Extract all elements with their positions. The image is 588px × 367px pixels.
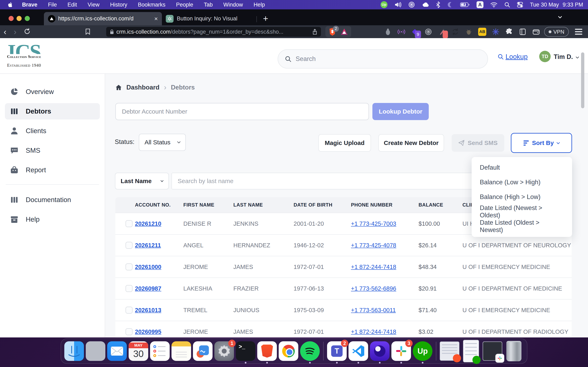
user-menu-chevron-icon[interactable] [576,55,579,59]
col-dob[interactable]: DATE OF BIRTH [294,202,351,208]
vpn-button[interactable]: VPN [544,27,569,37]
sidebar-item-debtors[interactable]: Debtors [5,103,100,119]
sort-option-date-newest[interactable]: Date Listed (Newest > Oldest) [472,204,572,219]
row-checkbox[interactable] [126,328,132,335]
zoom-window-button[interactable] [25,16,30,21]
account-link[interactable]: 20261210 [135,220,183,227]
page-scrollbar[interactable] [581,52,584,108]
new-tab-button[interactable]: + [263,13,268,24]
browser-menu-button[interactable] [575,27,582,36]
sidebar-item-clients[interactable]: Clients [5,123,100,139]
close-window-button[interactable] [9,16,14,21]
dock-calendar-icon[interactable]: MAY 30 [129,341,148,361]
row-checkbox[interactable] [126,307,132,314]
snowflake-extension-icon[interactable] [492,28,500,36]
phone-link[interactable]: +1 773-425-4078 [351,242,419,249]
airplay-audio-icon[interactable] [408,1,415,8]
dock-upwork-icon[interactable]: Up [413,341,432,361]
spotlight-search-icon[interactable] [504,2,510,8]
forward-button[interactable]: › [10,28,20,36]
brave-shield-icon[interactable]: 2 [328,28,337,36]
row-checkbox[interactable] [126,285,132,292]
debtor-account-input[interactable] [115,103,369,120]
col-balance[interactable]: BALANCE [419,202,462,208]
search-field-dropdown[interactable]: Last Name [115,173,169,189]
signal-extension-icon[interactable] [397,28,406,36]
sidebar-item-documentation[interactable]: Documentation [5,192,100,208]
dock-mail-icon[interactable] [107,341,127,361]
global-search[interactable] [278,49,488,68]
dock-spotify-icon[interactable] [300,341,320,361]
sort-option-balance-high-low[interactable]: Balance (High > Low) [472,190,572,204]
purple-diamond-extension-icon[interactable]: 9 [411,28,419,36]
sort-option-balance-low-high[interactable]: Balance (Low > High) [472,175,572,190]
account-link[interactable]: 20260987 [135,285,183,292]
global-search-input[interactable] [295,55,481,63]
menubar-view[interactable]: View [82,0,105,9]
home-icon[interactable] [115,84,122,91]
input-source-icon[interactable]: A [476,1,484,8]
tab-chatgpt[interactable]: Button Inquiry: No Visual [164,12,232,25]
dock-reminders-icon[interactable] [150,341,170,361]
reload-button[interactable] [20,28,34,36]
sort-by-button[interactable]: Sort By [511,133,572,153]
row-checkbox[interactable] [126,242,132,249]
bluetooth-icon[interactable] [436,1,440,8]
menubar-help[interactable]: Help [248,0,270,9]
wifi-icon[interactable] [490,2,497,7]
sync-extension-icon[interactable] [451,28,459,36]
sidebar-item-help[interactable]: Help [5,211,100,227]
share-icon[interactable] [312,29,317,35]
control-center-icon[interactable] [517,2,523,8]
user-name[interactable]: Tim D. [554,53,573,60]
volume-icon[interactable] [394,2,401,8]
tab-close-icon[interactable]: × [154,15,158,22]
dock-wave-app-icon[interactable] [193,341,213,361]
dock-teams-icon[interactable]: 2 T [327,341,347,361]
focus-moon-icon[interactable] [447,2,453,8]
account-link[interactable]: 20260995 [135,328,183,335]
dock-notes-icon[interactable] [172,341,191,361]
send-sms-button[interactable]: Send SMS [452,134,504,152]
avatar[interactable]: TD [539,51,551,62]
account-link[interactable]: 20261211 [135,242,183,249]
dock-minimized-window-slack[interactable] [483,341,502,361]
lookup-debtor-button[interactable]: Lookup Debtor [372,103,429,120]
menubar-edit[interactable]: Edit [62,0,82,9]
upwork-status-icon[interactable]: Up [380,1,388,8]
create-new-debtor-button[interactable]: Create New Debtor [378,134,444,152]
sort-option-default[interactable]: Default [472,160,572,175]
menubar-tab[interactable]: Tab [199,0,218,9]
menubar-bookmarks[interactable]: Bookmarks [132,0,171,9]
account-link[interactable]: 20261013 [135,307,183,314]
col-account[interactable]: ACCOUNT NO. [135,202,183,208]
apple-menu-icon[interactable] [7,2,14,8]
menubar-window[interactable]: Window [218,0,248,9]
phone-link[interactable]: +1 872-244-7418 [351,328,419,335]
account-link[interactable]: 20261000 [135,264,183,270]
bookmark-icon[interactable] [82,28,94,36]
dock-settings-icon[interactable]: 1 [214,341,234,361]
address-bar[interactable]: crm.ics-collection.com /debtors?page_num… [106,27,321,37]
menubar-file[interactable]: File [43,0,62,9]
menubar-app-name[interactable]: Brave [17,0,43,9]
dock-finder-icon[interactable] [64,341,84,361]
sidebar-toggle-icon[interactable] [519,28,527,36]
extensions-puzzle-icon[interactable] [505,28,513,36]
row-checkbox[interactable] [126,263,132,270]
dock-minimized-window-upwork[interactable] [461,341,481,361]
bug-extension-icon[interactable] [465,28,473,36]
spiral-extension-icon[interactable] [424,28,432,36]
magic-upload-button[interactable]: Magic Upload [318,134,371,152]
sidebar-item-overview[interactable]: Overview [5,83,100,100]
menubar-clock[interactable]: Tue 30 May 9:33 PM [530,2,583,8]
back-button[interactable]: ‹ [0,28,10,36]
tab-crm[interactable]: https://crm.ics-collection.com/d × [44,12,162,25]
col-first[interactable]: FIRST NAME [183,202,233,208]
dock-purple-app-icon[interactable] [370,341,389,361]
dock-minimized-window-brave[interactable] [440,341,459,361]
dock-chrome-icon[interactable] [279,341,298,361]
menubar-history[interactable]: History [105,0,132,9]
tab-search-chevron-icon[interactable] [559,15,562,19]
debugger-extension-icon[interactable] [384,28,392,36]
